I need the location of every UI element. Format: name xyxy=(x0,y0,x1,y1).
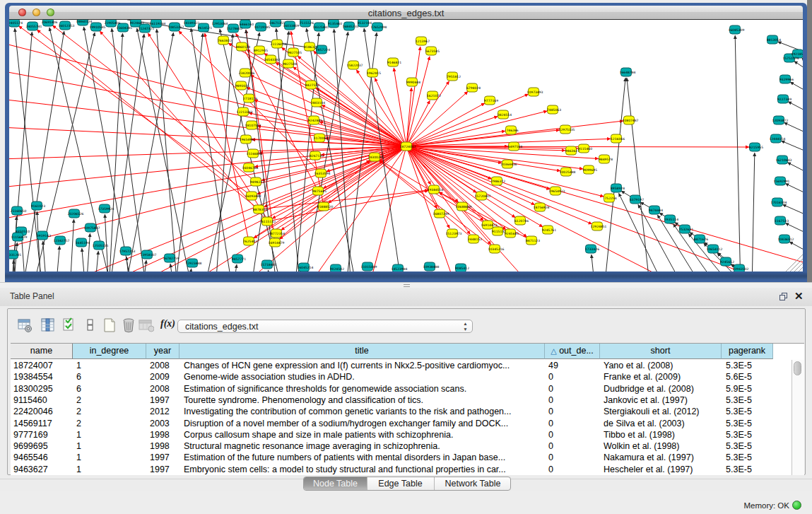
table-cell: 6 xyxy=(76,383,145,395)
table-cell: 19384554 xyxy=(13,371,71,382)
graph-node-label: 24055741 xyxy=(26,25,42,28)
close-panel-icon[interactable]: ✕ xyxy=(794,290,804,303)
graph-node-label: 18325841 xyxy=(313,25,329,29)
graph-node-label: 16033809 xyxy=(283,24,300,28)
column-header-out_de[interactable]: △ out_de... xyxy=(545,344,600,359)
graph-node-label: 16914479 xyxy=(269,241,285,245)
graph-node-label: 2718176 xyxy=(243,97,257,100)
graph-node-label: 1167533 xyxy=(775,219,789,223)
table-cell: 0 xyxy=(548,440,599,452)
graph-node-label: 7663822 xyxy=(218,39,232,42)
graph-node-label: 10975887 xyxy=(84,226,100,230)
column-header-pagerank[interactable]: pagerank xyxy=(722,344,773,359)
network-view-canvas[interactable]: 1872400718300295193845547663822886012889… xyxy=(9,20,803,271)
graph-node-label: 19218506 xyxy=(792,52,803,56)
tab-network-table[interactable]: Network Table xyxy=(434,477,511,491)
tab-edge-table[interactable]: Edge Table xyxy=(367,477,434,491)
table-row[interactable]: 946362711997Embryonic stem cells: a mode… xyxy=(11,464,792,475)
table-cell: 0 xyxy=(548,429,599,440)
graph-node-label: 16543382 xyxy=(264,58,281,62)
graph-node-label: 22226058 xyxy=(271,42,287,46)
column-header-short[interactable]: short xyxy=(600,344,722,359)
network-table-selector[interactable]: citations_edges.txt ▲▼ xyxy=(177,320,473,333)
graph-node-label: 9099695 xyxy=(583,168,597,172)
graph-node-label: 9024681 xyxy=(130,21,144,25)
table-cell: 2008 xyxy=(150,383,178,395)
graph-node-label: 10025488 xyxy=(560,170,576,174)
column-header-year[interactable]: year xyxy=(146,344,180,359)
graph-node-label: 9827505 xyxy=(288,51,302,54)
graph-node-label: 8860128 xyxy=(236,45,250,49)
graph-nodes[interactable]: 1872400718300295193845547663822886012889… xyxy=(9,20,803,271)
table-cell: 5.9E-5 xyxy=(726,383,772,395)
graph-node-label: 752254 xyxy=(604,197,616,200)
graph-node-label: 6497568 xyxy=(508,145,522,148)
graph-node-label: 12213383 xyxy=(237,110,253,114)
table-cell: 1998 xyxy=(150,429,178,440)
table-cell: 0 xyxy=(548,464,599,475)
table-row[interactable]: 946554611997Estimation of the future num… xyxy=(11,452,792,463)
table-row[interactable]: 977716911998Corpus callosum shape and si… xyxy=(11,429,792,440)
graph-node-label: 16845233 xyxy=(343,25,359,28)
graph-node-label: 18860124 xyxy=(76,20,93,23)
new-table-button[interactable] xyxy=(102,317,117,333)
split-pane-divider[interactable] xyxy=(0,282,812,288)
graph-node-label: 10807487 xyxy=(623,119,639,122)
graph-node-label: 7625402 xyxy=(243,240,257,243)
graph-node-label: 9329966 xyxy=(779,78,794,81)
float-panel-icon[interactable] xyxy=(779,293,788,301)
tab-node-table[interactable]: Node Table xyxy=(304,477,367,491)
memory-status-indicator xyxy=(792,501,801,510)
graph-node-label: 9135460 xyxy=(328,22,342,25)
table-cell: Stergiakouli et al. (2012) xyxy=(604,406,720,417)
delete-table-button-disabled[interactable] xyxy=(139,317,154,333)
table-row[interactable]: 2242004622012Investigating the contribut… xyxy=(11,406,792,417)
table-cell: 1997 xyxy=(150,395,178,406)
graph-node-label: 15604381 xyxy=(117,26,133,30)
graph-node-label: 3919143 xyxy=(37,234,51,238)
graph-node-label: 6120746 xyxy=(514,219,529,223)
graph-node-label: 5673585 xyxy=(425,49,440,53)
table-body: 1872400712008Changes of HCN gene express… xyxy=(11,360,792,475)
select-columns-button[interactable] xyxy=(40,317,56,333)
table-row[interactable]: 1830029562008Estimation of significance … xyxy=(11,383,792,395)
selector-arrows-icon: ▲▼ xyxy=(462,321,469,334)
graph-node-label: 15822037 xyxy=(347,64,363,67)
table-row[interactable]: 911546021997Tourette syndrome. Phenomeno… xyxy=(11,395,792,406)
table-cell: Investigating the contribution of common… xyxy=(184,406,543,417)
graph-node-label: 9849578 xyxy=(599,158,613,161)
column-header-title[interactable]: title xyxy=(180,344,545,359)
table-cell: Wolkin et al. (1998) xyxy=(604,440,720,452)
table-row[interactable]: 1456911722003Disruption of a novel membe… xyxy=(11,418,792,429)
graph-node-label: 9242845 xyxy=(308,119,322,122)
graph-node-label: 16093489 xyxy=(245,194,261,198)
graph-node-label: 1621072 xyxy=(427,94,441,98)
table-cell: 1 xyxy=(76,429,145,440)
graph-node-label: 1645194 xyxy=(76,241,90,245)
window-titlebar[interactable]: citations_edges.txt xyxy=(9,6,803,20)
graph-node-label: 16012353 xyxy=(59,24,75,28)
column-header-in_degree[interactable]: in_degree xyxy=(73,344,146,359)
graph-node-label: 12975135 xyxy=(559,128,575,132)
table-row[interactable]: 969969511998Structural magnetic resonanc… xyxy=(11,440,792,452)
column-header-name[interactable]: name xyxy=(11,344,73,359)
table-row[interactable]: 1872400712008Changes of HCN gene express… xyxy=(11,360,792,371)
table-row[interactable]: 1938455462009Genome-wide association stu… xyxy=(11,371,792,382)
graph-node-label: 9474444 xyxy=(649,209,663,212)
graph-node-label: 19384554 xyxy=(428,188,444,192)
graph-node-label: 18756928 xyxy=(534,206,550,209)
function-builder-button[interactable]: f(x) xyxy=(160,318,175,329)
graph-node-label: 16119244 xyxy=(150,22,166,25)
table-cell: 6 xyxy=(76,371,145,382)
delete-rows-trash-button[interactable] xyxy=(121,317,136,333)
table-vertical-scrollbar[interactable] xyxy=(792,360,804,475)
table-cell: 9463627 xyxy=(13,464,71,475)
scrollbar-thumb[interactable] xyxy=(794,361,801,375)
table-cell: Estimation of significance thresholds fo… xyxy=(184,383,543,395)
graph-node-label: 7532621 xyxy=(679,228,693,231)
table-settings-button[interactable] xyxy=(18,317,33,333)
graph-node-label: 8958928 xyxy=(611,187,625,190)
select-all-rows-button[interactable] xyxy=(61,317,77,333)
graph-node-label: 12342757 xyxy=(54,239,70,243)
column-chooser-button[interactable] xyxy=(83,317,98,333)
